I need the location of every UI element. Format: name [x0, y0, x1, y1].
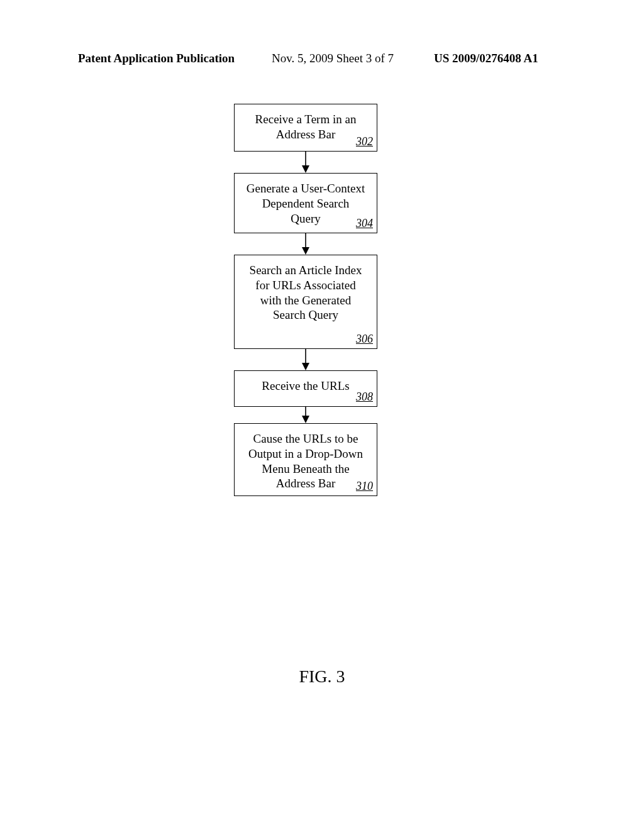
- flow-step-ref: 308: [356, 390, 373, 404]
- patent-page: Patent Application Publication Nov. 5, 2…: [0, 0, 644, 830]
- flow-step-ref: 304: [356, 216, 373, 231]
- flow-step-302: Receive a Term in an Address Bar 302: [234, 104, 377, 152]
- flow-arrow: [234, 152, 377, 173]
- flow-step-304: Generate a User-Context Dependent Search…: [234, 173, 377, 233]
- arrow-down-icon: [299, 349, 312, 370]
- flow-step-ref: 306: [356, 332, 373, 346]
- header-left: Patent Application Publication: [78, 52, 235, 65]
- svg-marker-1: [302, 165, 309, 173]
- header-center: Nov. 5, 2009 Sheet 3 of 7: [272, 52, 394, 65]
- flow-step-ref: 310: [356, 479, 373, 494]
- flowchart: Receive a Term in an Address Bar 302 Gen…: [228, 104, 385, 496]
- flow-step-ref: 302: [356, 135, 373, 149]
- flow-step-label: Generate a User-Context Dependent Search…: [242, 180, 369, 226]
- svg-marker-7: [302, 416, 309, 423]
- flow-step-label: Cause the URLs to be Output in a Drop-Do…: [242, 430, 369, 491]
- arrow-down-icon: [299, 152, 312, 173]
- flow-step-label: Search an Article Index for URLs Associa…: [242, 262, 369, 323]
- flow-step-306: Search an Article Index for URLs Associa…: [234, 255, 377, 349]
- flow-arrow: [234, 407, 377, 423]
- arrow-down-icon: [299, 233, 312, 255]
- flow-step-308: Receive the URLs 308: [234, 370, 377, 407]
- flow-arrow: [234, 233, 377, 255]
- arrow-down-icon: [299, 407, 312, 423]
- svg-marker-3: [302, 247, 309, 255]
- flow-step-310: Cause the URLs to be Output in a Drop-Do…: [234, 423, 377, 496]
- flow-step-label: Receive the URLs: [242, 377, 369, 394]
- figure-label: FIG. 3: [0, 667, 644, 687]
- flow-step-label: Receive a Term in an Address Bar: [242, 111, 369, 142]
- flow-arrow: [234, 349, 377, 370]
- svg-marker-5: [302, 363, 309, 370]
- header-right: US 2009/0276408 A1: [434, 52, 538, 65]
